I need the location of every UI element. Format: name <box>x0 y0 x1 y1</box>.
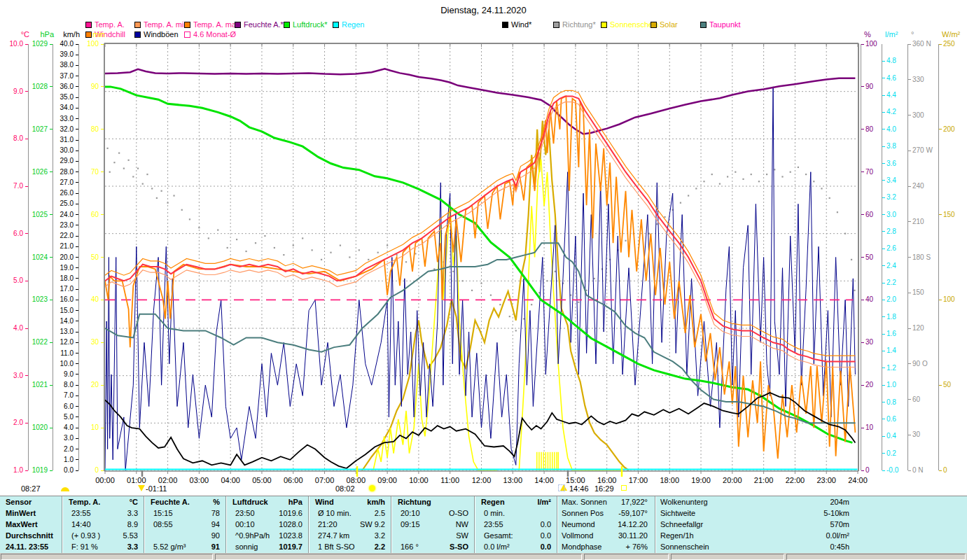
table-col-unit: °C <box>62 496 138 507</box>
series-point-richtung <box>156 197 158 199</box>
axis-tick <box>882 351 885 351</box>
axis-tick <box>101 172 104 172</box>
axis-tick-label: 1020 <box>20 424 48 431</box>
axis-tick-label: 11.0 <box>46 350 74 357</box>
axis-tick-label: 180 S <box>912 254 931 261</box>
axis-tick-label: 5.0 <box>0 277 23 284</box>
axis-tick <box>882 180 885 181</box>
table-col-header: Richtung <box>398 496 431 507</box>
axis-tick <box>76 204 78 204</box>
axis-tick <box>882 214 885 215</box>
axis-tick <box>101 428 104 428</box>
axis-tick <box>861 257 864 258</box>
table-cell-value: 0.0 <box>474 519 551 530</box>
x-axis-label: 16:00 <box>597 477 617 484</box>
table-row-header: Sensor <box>6 496 32 507</box>
statistics-table: SensorMinWertMaxWertDurchschnitt24.11. 2… <box>0 496 967 553</box>
series-point-richtung <box>359 249 360 251</box>
axis-tick <box>101 385 104 386</box>
axis-tick <box>882 95 885 96</box>
axis-tick-label: 3.4 <box>886 177 896 184</box>
axis-tick <box>882 231 885 232</box>
series-point-richtung <box>167 202 168 204</box>
axis-tick-label: 7.0 <box>0 183 23 190</box>
arrow-down-icon <box>138 485 145 491</box>
series-point-richtung <box>293 244 294 246</box>
series-point-richtung <box>151 188 153 189</box>
table-cell-value: 2.5 <box>308 507 385 519</box>
table-cell-value: 94 <box>144 519 220 530</box>
axis-tick-label: 3.0 <box>0 372 23 379</box>
series-point-richtung <box>758 181 760 182</box>
series-point-richtung <box>462 280 464 281</box>
axis-tick-label: 2.8 <box>886 228 896 235</box>
table-col-unit: km/h <box>308 496 385 507</box>
axis-tick-label: 70 <box>865 169 873 176</box>
series-point-richtung <box>471 290 473 291</box>
axis-tick <box>76 363 78 364</box>
axis-tick <box>76 374 78 374</box>
axis-tick <box>882 402 885 402</box>
axis-tick-label: 1028 <box>20 83 48 90</box>
axis-tick-label: 1.8 <box>886 314 896 321</box>
table-cell-value: 3.3 <box>62 507 138 519</box>
axis-tick-label: 3.2 <box>886 194 896 201</box>
marker-label-sunrise: 08:02 <box>335 485 355 493</box>
axis-tick <box>882 265 885 266</box>
series-point-richtung <box>368 259 369 260</box>
series-point-richtung <box>703 181 704 182</box>
axis-tick-label: 2.6 <box>886 245 896 252</box>
axis-tick-label: -0.0 <box>886 467 898 474</box>
axis-tick-label: 35.0 <box>46 94 74 101</box>
x-axis-label: 23:00 <box>816 477 836 484</box>
table-info-value: 0.0l/m² <box>655 530 849 541</box>
marker-label-sunset: 16:29 <box>594 485 614 493</box>
axis-tick-label: 1.0 <box>46 456 74 463</box>
axis-tick-label: 30 <box>865 339 873 346</box>
axis-tick <box>101 44 104 45</box>
axis-tick <box>908 328 911 329</box>
axis-tick-label: 21.0 <box>46 243 74 250</box>
table-cell-value: O-SO <box>391 507 468 519</box>
axis-tick-label: 30 <box>912 431 920 438</box>
axis-tick-label: 1023 <box>20 296 48 303</box>
axis-tick-label: 80 <box>71 126 99 133</box>
axis-tick-label: 32.0 <box>46 126 74 133</box>
series-point-richtung <box>790 172 791 173</box>
axis-tick-label: 1026 <box>20 169 48 176</box>
table-cell-label: 0 min. <box>484 507 505 519</box>
axis-tick-label: 1024 <box>20 254 48 261</box>
series-point-richtung <box>340 244 341 246</box>
series-point-richtung <box>264 235 265 237</box>
axis-tick-label: 50 <box>71 254 99 261</box>
axis-tick-label: 300 <box>912 112 924 119</box>
axis-tick <box>76 396 78 396</box>
axis-tick <box>939 214 942 215</box>
series-point-richtung <box>217 229 218 230</box>
series-point-richtung <box>509 316 510 317</box>
table-info-value: 14.12.20 <box>557 519 648 530</box>
x-axis-label: 04:00 <box>221 477 240 484</box>
x-axis-label: 17:00 <box>629 477 648 484</box>
axis-tick-label: 1021 <box>20 382 48 388</box>
series-point-richtung <box>664 216 665 218</box>
axis-tick <box>101 300 104 300</box>
axis-tick <box>861 86 864 87</box>
axis-tick <box>861 172 864 172</box>
axis-tick-label: 2.0 <box>886 296 896 303</box>
x-axis-label: 09:00 <box>377 477 397 484</box>
axis-tick <box>882 78 885 78</box>
axis-tick-label: 100 <box>943 296 955 303</box>
table-cell-value: 0.0 <box>474 530 551 541</box>
marker-label-moonrise: 14:46 <box>569 485 589 493</box>
axis-tick-label: 27.0 <box>46 179 74 186</box>
axis-tick-label: 120 <box>912 325 924 332</box>
table-cell-value: 8.9 <box>62 519 138 530</box>
x-axis-label: 10:00 <box>409 477 429 484</box>
table-info-value: 570m <box>655 519 849 530</box>
status-bar-panel <box>786 554 966 560</box>
status-bar <box>0 553 967 560</box>
series-point-richtung <box>781 176 783 177</box>
axis-unit-°C: °C <box>4 31 29 38</box>
status-bar-panel <box>1 554 213 560</box>
